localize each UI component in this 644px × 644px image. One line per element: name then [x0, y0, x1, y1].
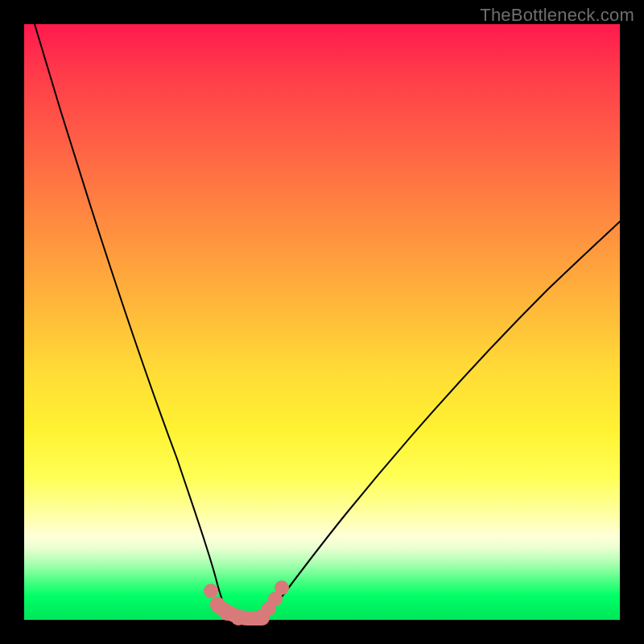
- right-bottleneck-curve: [266, 214, 628, 618]
- watermark-text: TheBottleneck.com: [480, 5, 634, 26]
- plot-area: [24, 24, 620, 620]
- chart-svg: [24, 24, 620, 620]
- left-bottleneck-curve: [32, 16, 230, 618]
- chart-container: TheBottleneck.com: [0, 0, 644, 644]
- data-dot: [204, 584, 218, 598]
- data-dot: [275, 580, 289, 595]
